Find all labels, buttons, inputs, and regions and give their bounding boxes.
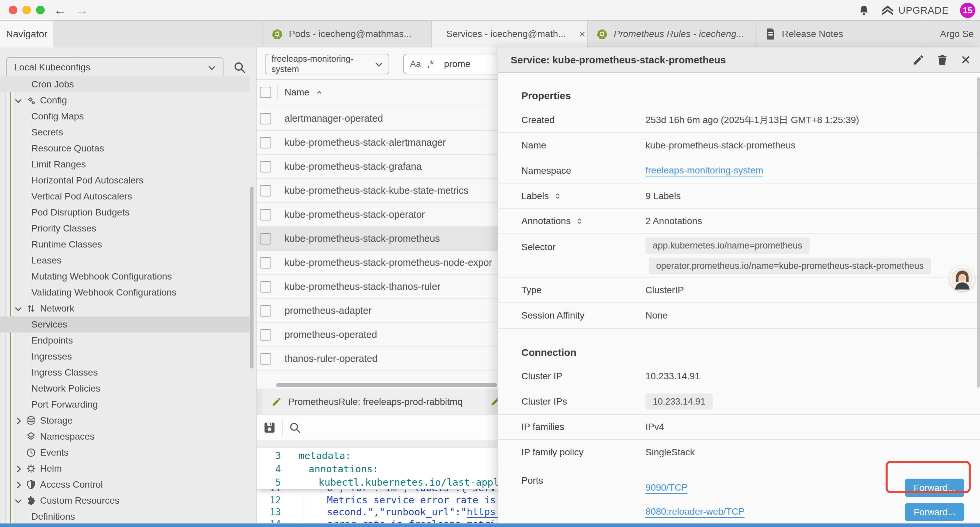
- detail-title: Service: kube-prometheus-stack-prometheu…: [511, 54, 726, 66]
- table-row[interactable]: prometheus-adapter: [257, 299, 498, 323]
- bell-icon[interactable]: [858, 4, 870, 16]
- sidebar-item-resource-quotas[interactable]: Resource Quotas: [0, 140, 250, 156]
- runbook-url-link[interactable]: https://net: [467, 506, 498, 518]
- delete-trash-icon[interactable]: [936, 54, 948, 66]
- expand-collapse-icon[interactable]: [575, 217, 584, 225]
- table-row[interactable]: kube-prometheus-stack-operator: [257, 203, 498, 227]
- horizontal-scrollbar[interactable]: [276, 383, 497, 387]
- namespace-link[interactable]: freeleaps-monitoring-system: [646, 165, 763, 177]
- sidebar-item-mutating-webhook-configurations[interactable]: Mutating Webhook Configurations: [0, 269, 250, 285]
- select-all-checkbox[interactable]: [260, 87, 271, 98]
- properties-section-heading: Properties: [521, 90, 571, 101]
- save-button[interactable]: [263, 421, 276, 434]
- sidebar-item-secrets[interactable]: Secrets: [0, 124, 250, 140]
- row-checkbox[interactable]: [260, 281, 271, 293]
- close-panel-icon[interactable]: ✕: [960, 53, 971, 67]
- up-down-arrows-icon: [26, 304, 36, 314]
- row-checkbox[interactable]: [260, 329, 271, 341]
- tab-prometheus-rules[interactable]: Prometheus Rules - icecheng...: [587, 21, 756, 47]
- kubeconfig-select[interactable]: Local Kubeconfigs: [6, 57, 223, 78]
- sidebar-item-config-maps[interactable]: Config Maps: [0, 108, 250, 124]
- expand-collapse-icon[interactable]: [554, 192, 562, 200]
- sidebar-item-validating-webhook-configurations[interactable]: Validating Webhook Configurations: [0, 285, 250, 301]
- row-checkbox[interactable]: [260, 137, 271, 148]
- notification-count-badge[interactable]: 15: [960, 3, 975, 18]
- name-column-header[interactable]: Name: [285, 87, 323, 98]
- row-checkbox[interactable]: [260, 209, 271, 220]
- regex-toggle[interactable]: ▪*: [428, 58, 434, 71]
- forward-port-button-8080[interactable]: Forward...: [905, 503, 964, 521]
- tab-navigator[interactable]: Navigator: [0, 21, 53, 47]
- sidebar-item-services[interactable]: Services: [0, 317, 250, 333]
- row-checkbox[interactable]: [260, 233, 271, 245]
- tab-release-notes[interactable]: Release Notes: [756, 21, 925, 47]
- sidebar-item-namespaces[interactable]: Namespaces: [0, 428, 250, 444]
- search-icon[interactable]: [233, 61, 246, 74]
- tab-argo[interactable]: Argo Se: [925, 21, 980, 47]
- namespace-select[interactable]: freeleaps-monitoring-system: [265, 54, 389, 74]
- detail-scrollbar[interactable]: [977, 77, 980, 388]
- sidebar-group-helm[interactable]: Helm: [0, 461, 250, 477]
- port-link-8080[interactable]: 8080:reloader-web/TCP: [646, 506, 745, 517]
- sidebar-item-limit-ranges[interactable]: Limit Ranges: [0, 156, 250, 172]
- tab-pods[interactable]: Pods - icecheng@mathmas...: [262, 21, 431, 47]
- tab-services[interactable]: Services - icecheng@math... ×: [431, 21, 587, 47]
- table-row[interactable]: thanos-ruler-operated: [257, 347, 498, 371]
- minimize-window-button[interactable]: [22, 6, 31, 14]
- row-checkbox[interactable]: [260, 113, 271, 124]
- table-row[interactable]: kube-prometheus-stack-prometheus-node-ex…: [257, 251, 498, 275]
- table-row[interactable]: kube-prometheus-stack-grafana: [257, 155, 498, 179]
- search-in-editor-button[interactable]: [288, 421, 301, 434]
- sidebar-group-config[interactable]: Config: [0, 92, 250, 108]
- table-row[interactable]: prometheus-operated: [257, 323, 498, 347]
- forward-icon[interactable]: →: [73, 3, 91, 18]
- sidebar-item-horizontal-pod-autoscalers[interactable]: Horizontal Pod Autoscalers: [0, 172, 250, 188]
- row-checkbox[interactable]: [260, 161, 271, 172]
- sidebar-group-access-control[interactable]: Access Control: [0, 477, 250, 493]
- selector-chip[interactable]: operator.prometheus.io/name=kube-prometh…: [649, 258, 931, 274]
- sidebar-item-leases[interactable]: Leases: [0, 253, 250, 269]
- table-row[interactable]: kube-prometheus-stack-kube-state-metrics: [257, 179, 498, 203]
- sidebar-item-network-policies[interactable]: Network Policies: [0, 381, 250, 396]
- chevron-right-icon: [15, 481, 22, 488]
- upgrade-button[interactable]: UPGRADE: [881, 4, 949, 17]
- close-window-button[interactable]: [9, 6, 18, 14]
- port-link-9090[interactable]: 9090/TCP: [646, 482, 687, 494]
- sidebar-item-port-forwarding[interactable]: Port Forwarding: [0, 396, 250, 412]
- sidebar-item-endpoints[interactable]: Endpoints: [0, 333, 250, 349]
- back-icon[interactable]: ←: [51, 3, 69, 18]
- sidebar-item-vertical-pod-autoscalers[interactable]: Vertical Pod Autoscalers: [0, 188, 250, 204]
- zoom-window-button[interactable]: [36, 6, 45, 14]
- sidebar-item-priority-classes[interactable]: Priority Classes: [0, 220, 250, 236]
- sidebar-group-network[interactable]: Network: [0, 301, 250, 317]
- filter-input[interactable]: Aa ▪* prome: [403, 54, 498, 74]
- sidebar-item-pod-disruption-budgets[interactable]: Pod Disruption Budgets: [0, 204, 250, 220]
- sidebar-item-runtime-classes[interactable]: Runtime Classes: [0, 236, 250, 253]
- sidebar-item-cron-jobs[interactable]: Cron Jobs: [0, 76, 250, 92]
- sidebar-item-ingresses[interactable]: Ingresses: [0, 349, 250, 365]
- row-checkbox[interactable]: [260, 305, 271, 317]
- cluster-ip-chip: 10.233.14.91: [646, 393, 713, 410]
- sidebar-item-ingress-classes[interactable]: Ingress Classes: [0, 365, 250, 381]
- editor-tab-prometheusrule[interactable]: PrometheusRule: freeleaps-prod-rabbitmq: [262, 388, 486, 415]
- selector-chip[interactable]: app.kubernetes.io/name=prometheus: [646, 237, 810, 254]
- close-tab-icon[interactable]: ×: [579, 28, 585, 40]
- editor-scroll-strip[interactable]: [257, 440, 498, 448]
- editor-tab-next[interactable]: [490, 396, 498, 407]
- sidebar-item-events[interactable]: Events: [0, 444, 250, 461]
- avatar[interactable]: [950, 266, 975, 291]
- table-row[interactable]: kube-prometheus-stack-alertmanager: [257, 131, 498, 155]
- row-checkbox[interactable]: [260, 257, 271, 269]
- table-row[interactable]: kube-prometheus-stack-thanos-ruler: [257, 275, 498, 299]
- sidebar-group-custom-resources[interactable]: Custom Resources: [0, 493, 250, 509]
- sidebar-item-definitions[interactable]: Definitions: [0, 509, 250, 524]
- table-row-selected[interactable]: kube-prometheus-stack-prometheus: [257, 227, 498, 251]
- sidebar-scrollbar[interactable]: [250, 187, 253, 369]
- table-row[interactable]: alertmanager-operated: [257, 107, 498, 131]
- row-checkbox[interactable]: [260, 353, 271, 365]
- yaml-code-area[interactable]: 11 0","for":"1m","labels":{"service": 12…: [257, 448, 498, 524]
- sidebar-group-storage[interactable]: Storage: [0, 412, 250, 428]
- match-case-toggle[interactable]: Aa: [410, 59, 421, 69]
- edit-pencil-icon[interactable]: [912, 54, 924, 66]
- row-checkbox[interactable]: [260, 185, 271, 196]
